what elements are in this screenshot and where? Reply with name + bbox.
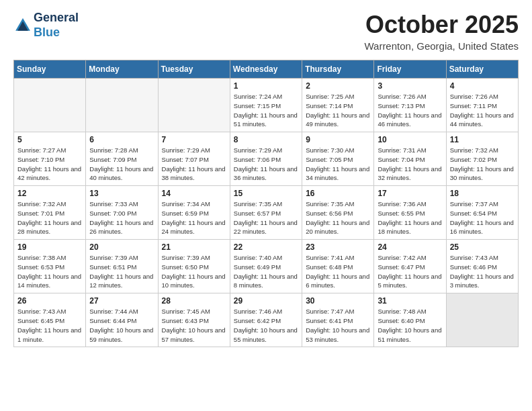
calendar-cell	[86, 79, 158, 132]
day-number: 5	[17, 135, 82, 144]
day-number: 12	[17, 189, 82, 198]
calendar-cell: 5Sunrise: 7:27 AMSunset: 7:10 PMDaylight…	[14, 132, 86, 186]
day-info: Sunrise: 7:35 AMSunset: 6:56 PMDaylight:…	[306, 199, 370, 236]
logo-text: General Blue	[34, 11, 79, 40]
day-number: 7	[162, 135, 226, 144]
day-info: Sunrise: 7:27 AMSunset: 7:10 PMDaylight:…	[17, 146, 82, 183]
day-number: 21	[162, 242, 226, 252]
calendar-cell: 29Sunrise: 7:46 AMSunset: 6:42 PMDayligh…	[230, 293, 302, 347]
day-number: 17	[378, 189, 442, 198]
col-header-monday: Monday	[86, 60, 158, 79]
day-info: Sunrise: 7:38 AMSunset: 6:53 PMDaylight:…	[17, 253, 82, 290]
col-header-friday: Friday	[374, 60, 446, 79]
calendar-cell: 27Sunrise: 7:44 AMSunset: 6:44 PMDayligh…	[86, 293, 158, 347]
day-number: 24	[378, 242, 442, 252]
week-row-4: 19Sunrise: 7:38 AMSunset: 6:53 PMDayligh…	[14, 240, 519, 293]
week-row-3: 12Sunrise: 7:32 AMSunset: 7:01 PMDayligh…	[14, 186, 519, 240]
col-header-thursday: Thursday	[302, 60, 374, 79]
calendar-cell: 18Sunrise: 7:37 AMSunset: 6:54 PMDayligh…	[446, 186, 518, 240]
calendar-cell: 21Sunrise: 7:39 AMSunset: 6:50 PMDayligh…	[158, 240, 230, 293]
page: General Blue October 2025 Warrenton, Geo…	[0, 0, 532, 358]
logo: General Blue	[13, 11, 79, 40]
day-info: Sunrise: 7:45 AMSunset: 6:43 PMDaylight:…	[162, 307, 226, 344]
day-number: 1	[234, 81, 298, 91]
day-info: Sunrise: 7:42 AMSunset: 6:47 PMDaylight:…	[378, 253, 442, 290]
logo-line1: General	[34, 11, 79, 26]
day-info: Sunrise: 7:25 AMSunset: 7:14 PMDaylight:…	[306, 92, 370, 129]
calendar-cell: 25Sunrise: 7:43 AMSunset: 6:46 PMDayligh…	[446, 240, 518, 293]
day-number: 20	[89, 242, 154, 252]
calendar-cell: 8Sunrise: 7:29 AMSunset: 7:06 PMDaylight…	[230, 132, 302, 186]
month-title: October 2025	[364, 11, 519, 39]
calendar-cell: 4Sunrise: 7:26 AMSunset: 7:11 PMDaylight…	[446, 79, 518, 132]
day-number: 22	[234, 242, 298, 252]
calendar-cell: 26Sunrise: 7:43 AMSunset: 6:45 PMDayligh…	[14, 293, 86, 347]
week-row-5: 26Sunrise: 7:43 AMSunset: 6:45 PMDayligh…	[14, 293, 519, 347]
calendar-cell: 22Sunrise: 7:40 AMSunset: 6:49 PMDayligh…	[230, 240, 302, 293]
day-number: 28	[162, 296, 226, 306]
calendar-cell: 2Sunrise: 7:25 AMSunset: 7:14 PMDaylight…	[302, 79, 374, 132]
calendar-cell: 11Sunrise: 7:32 AMSunset: 7:02 PMDayligh…	[446, 132, 518, 186]
calendar-cell: 3Sunrise: 7:26 AMSunset: 7:13 PMDaylight…	[374, 79, 446, 132]
calendar-cell: 15Sunrise: 7:35 AMSunset: 6:57 PMDayligh…	[230, 186, 302, 240]
day-info: Sunrise: 7:29 AMSunset: 7:07 PMDaylight:…	[162, 146, 226, 183]
day-number: 26	[17, 296, 82, 306]
day-info: Sunrise: 7:37 AMSunset: 6:54 PMDaylight:…	[450, 199, 515, 236]
day-number: 30	[306, 296, 370, 306]
location: Warrenton, Georgia, United States	[364, 40, 519, 52]
calendar-cell	[158, 79, 230, 132]
calendar-cell: 19Sunrise: 7:38 AMSunset: 6:53 PMDayligh…	[14, 240, 86, 293]
day-number: 11	[450, 135, 515, 144]
day-number: 18	[450, 189, 515, 198]
calendar-cell: 28Sunrise: 7:45 AMSunset: 6:43 PMDayligh…	[158, 293, 230, 347]
calendar-cell: 23Sunrise: 7:41 AMSunset: 6:48 PMDayligh…	[302, 240, 374, 293]
day-info: Sunrise: 7:26 AMSunset: 7:13 PMDaylight:…	[378, 92, 442, 129]
logo-line2: Blue	[34, 26, 79, 40]
calendar-cell: 6Sunrise: 7:28 AMSunset: 7:09 PMDaylight…	[86, 132, 158, 186]
day-number: 4	[450, 81, 515, 91]
col-header-tuesday: Tuesday	[158, 60, 230, 79]
day-number: 31	[378, 296, 442, 306]
day-info: Sunrise: 7:48 AMSunset: 6:40 PMDaylight:…	[378, 307, 442, 344]
day-number: 8	[234, 135, 298, 144]
day-number: 23	[306, 242, 370, 252]
calendar-cell: 16Sunrise: 7:35 AMSunset: 6:56 PMDayligh…	[302, 186, 374, 240]
calendar-cell: 31Sunrise: 7:48 AMSunset: 6:40 PMDayligh…	[374, 293, 446, 347]
day-number: 16	[306, 189, 370, 198]
day-number: 9	[306, 135, 370, 144]
day-info: Sunrise: 7:26 AMSunset: 7:11 PMDaylight:…	[450, 92, 515, 129]
logo-icon	[13, 16, 32, 35]
calendar-cell: 30Sunrise: 7:47 AMSunset: 6:41 PMDayligh…	[302, 293, 374, 347]
day-number: 25	[450, 242, 515, 252]
calendar-cell: 1Sunrise: 7:24 AMSunset: 7:15 PMDaylight…	[230, 79, 302, 132]
col-header-wednesday: Wednesday	[230, 60, 302, 79]
day-info: Sunrise: 7:32 AMSunset: 7:01 PMDaylight:…	[17, 199, 82, 236]
day-number: 27	[89, 296, 154, 306]
day-info: Sunrise: 7:31 AMSunset: 7:04 PMDaylight:…	[378, 146, 442, 183]
header: General Blue October 2025 Warrenton, Geo…	[13, 11, 519, 52]
calendar-cell: 9Sunrise: 7:30 AMSunset: 7:05 PMDaylight…	[302, 132, 374, 186]
calendar-cell: 7Sunrise: 7:29 AMSunset: 7:07 PMDaylight…	[158, 132, 230, 186]
day-info: Sunrise: 7:41 AMSunset: 6:48 PMDaylight:…	[306, 253, 370, 290]
day-info: Sunrise: 7:36 AMSunset: 6:55 PMDaylight:…	[378, 199, 442, 236]
day-number: 14	[162, 189, 226, 198]
day-info: Sunrise: 7:39 AMSunset: 6:51 PMDaylight:…	[89, 253, 154, 290]
header-row: SundayMondayTuesdayWednesdayThursdayFrid…	[14, 60, 519, 79]
day-number: 3	[378, 81, 442, 91]
calendar-cell: 20Sunrise: 7:39 AMSunset: 6:51 PMDayligh…	[86, 240, 158, 293]
day-info: Sunrise: 7:32 AMSunset: 7:02 PMDaylight:…	[450, 146, 515, 183]
day-number: 29	[234, 296, 298, 306]
day-number: 13	[89, 189, 154, 198]
day-info: Sunrise: 7:24 AMSunset: 7:15 PMDaylight:…	[234, 92, 298, 129]
col-header-saturday: Saturday	[446, 60, 518, 79]
calendar-cell: 14Sunrise: 7:34 AMSunset: 6:59 PMDayligh…	[158, 186, 230, 240]
calendar-cell	[446, 293, 518, 347]
week-row-2: 5Sunrise: 7:27 AMSunset: 7:10 PMDaylight…	[14, 132, 519, 186]
day-info: Sunrise: 7:35 AMSunset: 6:57 PMDaylight:…	[234, 199, 298, 236]
day-number: 10	[378, 135, 442, 144]
calendar-cell: 13Sunrise: 7:33 AMSunset: 7:00 PMDayligh…	[86, 186, 158, 240]
day-info: Sunrise: 7:29 AMSunset: 7:06 PMDaylight:…	[234, 146, 298, 183]
day-info: Sunrise: 7:43 AMSunset: 6:45 PMDaylight:…	[17, 307, 82, 344]
day-info: Sunrise: 7:34 AMSunset: 6:59 PMDaylight:…	[162, 199, 226, 236]
col-header-sunday: Sunday	[14, 60, 86, 79]
